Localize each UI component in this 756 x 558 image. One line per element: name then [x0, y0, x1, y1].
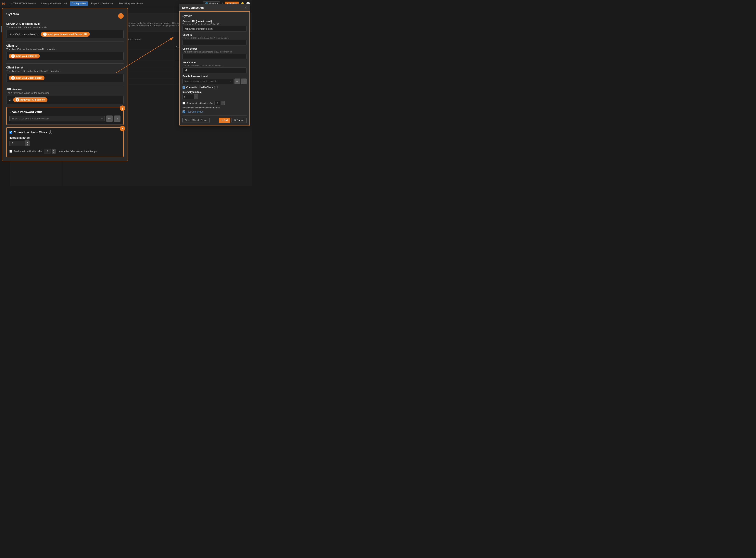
email-spinners: ▲ ▼ — [52, 149, 55, 154]
vault-add-btn[interactable]: + — [114, 116, 121, 122]
step-4-badge[interactable]: 4 Input your API Version — [13, 97, 47, 102]
step-num-1: 1 — [43, 32, 47, 36]
step-num-2: 2 — [11, 54, 15, 58]
email-down-btn[interactable]: ▼ — [52, 151, 55, 154]
nc-email-checkbox[interactable] — [182, 102, 185, 104]
api-version-value: v1 — [9, 98, 11, 101]
nc-health-help-icon[interactable]: ? — [214, 85, 218, 89]
nc-health-checkbox[interactable] — [182, 86, 185, 89]
vault-edit-btn[interactable]: ✏ — [106, 116, 113, 122]
nc-field-client-secret: Client Secret The client secret to authe… — [182, 47, 247, 59]
nc-test-checkbox[interactable] — [182, 110, 185, 113]
field-label-client-secret: Client Secret — [6, 66, 124, 69]
step-2-badge[interactable]: 2 Input your Client ID — [9, 54, 40, 58]
new-conn-section-title: System — [182, 15, 247, 18]
info-badge[interactable]: i — [118, 13, 124, 19]
nc-label-client-secret: Client Secret — [182, 47, 247, 50]
field-api-version: API Version The API version to use for t… — [6, 88, 124, 104]
nc-vault-select[interactable]: Select a password vault connection ▾ — [182, 79, 233, 84]
interval-up-btn[interactable]: ▲ — [25, 141, 29, 144]
logo: D3 — [2, 2, 5, 5]
step-num-3: 3 — [11, 76, 15, 80]
nc-desc-api-version: The API version to use for the connectio… — [182, 64, 247, 67]
nc-health-row: Connection Health Check ? — [182, 85, 247, 89]
nc-vault-text: Select a password vault connection — [184, 80, 218, 82]
nc-vault-label: Enable Password Vault — [182, 75, 247, 78]
nc-health-label: Connection Health Check — [186, 86, 213, 89]
health-help-icon[interactable]: ? — [49, 130, 52, 134]
field-client-id: Client ID The client ID to authenticate … — [6, 44, 124, 60]
nc-interval-down-btn[interactable]: ▼ — [194, 97, 198, 99]
interval-input[interactable] — [9, 141, 25, 146]
nc-vault-section: Enable Password Vault Select a password … — [182, 75, 247, 84]
tutorial-health-section: Connection Health Check ? Interval(minut… — [6, 127, 124, 157]
new-conn-body: System Server URL (domain level) The ser… — [179, 11, 250, 126]
server-url-input-row: https://api.crowdstrike.com 1 Input your… — [6, 30, 124, 39]
step-3-badge[interactable]: 3 Input your Client Secret — [9, 76, 45, 80]
field-desc-client-secret: The client secret to authenticate the AP… — [6, 70, 124, 73]
email-num-input[interactable] — [44, 149, 51, 153]
nc-desc-client-secret: The client secret to authenticate the AP… — [182, 51, 247, 53]
email-up-btn[interactable]: ▲ — [52, 149, 55, 151]
new-conn-title: New Connection — [182, 6, 204, 9]
field-desc-api-version: The API version to use for the connectio… — [6, 92, 124, 95]
nc-field-client-id: Client ID The client ID to authenticate … — [182, 34, 247, 46]
nc-vault-chevron-icon: ▾ — [230, 80, 231, 83]
interval-input-row: ▲ ▼ — [9, 141, 121, 146]
field-client-secret: Client Secret The client secret to authe… — [6, 66, 124, 82]
nc-label-server-url: Server URL (domain level) — [182, 20, 247, 23]
nc-input-client-id[interactable] — [182, 40, 247, 46]
nav-reporting[interactable]: Reporting Dashboard — [89, 1, 116, 6]
vault-step-badge: j — [120, 105, 125, 111]
nc-input-api-version[interactable] — [182, 68, 247, 73]
select-sites-button[interactable]: Select Sites to Clone — [182, 118, 210, 123]
field-label-server-url: Server URL (domain level) — [6, 22, 124, 25]
new-conn-header: New Connection ✕ — [179, 4, 250, 11]
step-text-4: Input your API Version — [20, 98, 45, 101]
nc-desc-server-url: The server URL of the CrowdStrike API. — [182, 23, 247, 25]
health-check-checkbox[interactable] — [9, 131, 12, 134]
nav-configuration[interactable]: Configuration — [70, 1, 88, 6]
nc-field-server-url: Server URL (domain level) The server URL… — [182, 20, 247, 32]
add-button[interactable]: + Add — [219, 118, 230, 123]
nc-input-server-url[interactable] — [182, 26, 247, 32]
step-text-3: Input your Client Secret — [16, 77, 42, 79]
nc-vault-add-btn[interactable]: + — [241, 78, 247, 84]
email-before-label: Send email notification after — [14, 150, 43, 153]
nc-email-num-input[interactable] — [214, 101, 220, 105]
field-label-client-id: Client ID — [6, 44, 124, 47]
nc-email-row: Send email notification after ▲ ▼ consec… — [182, 101, 247, 109]
field-label-api-version: API Version — [6, 88, 124, 91]
nc-interval-label: Interval(minutes) — [182, 91, 247, 94]
nc-interval-input[interactable] — [182, 94, 194, 99]
nc-vault-row: Select a password vault connection ▾ ✏ + — [182, 78, 247, 84]
nc-input-client-secret[interactable] — [182, 54, 247, 59]
nav-mitre[interactable]: MITRE ATT&CK Monitor — [9, 1, 38, 6]
nc-email-up-btn[interactable]: ▲ — [222, 101, 224, 103]
nc-interval-up-btn[interactable]: ▲ — [194, 95, 198, 97]
nc-test-label[interactable]: Test Connection — [187, 110, 203, 113]
nav-playbook[interactable]: Event Playbook Viewer — [117, 1, 145, 6]
nc-email-down-btn[interactable]: ▼ — [222, 103, 224, 105]
vault-select[interactable]: Select a password vault connection ▾ — [9, 116, 105, 121]
health-step-badge: k — [120, 126, 125, 131]
nc-interval-spinners: ▲ ▼ — [194, 94, 198, 99]
health-check-row: Connection Health Check ? — [9, 130, 121, 134]
nc-vault-edit-btn[interactable]: ✏ — [235, 78, 240, 84]
nav-investigation[interactable]: Investigation Dashboard — [40, 1, 69, 6]
step-text-2: Input your Client ID — [16, 55, 38, 57]
interval-down-btn[interactable]: ▼ — [25, 144, 29, 146]
api-version-input-row: v1 4 Input your API Version — [6, 96, 124, 104]
nc-label-client-id: Client ID — [182, 34, 247, 36]
nc-field-api-version: API Version The API version to use for t… — [182, 61, 247, 73]
email-checkbox[interactable] — [9, 150, 12, 153]
health-check-label: Connection Health Check — [14, 131, 47, 134]
close-button[interactable]: ✕ — [245, 6, 247, 9]
footer-buttons: + Add ✕ Cancel — [219, 118, 247, 123]
cancel-button[interactable]: ✕ Cancel — [231, 118, 247, 123]
step-1-badge[interactable]: 1 Input your domain level Server URL — [41, 32, 90, 36]
nc-test-conn-row: Test Connection — [182, 110, 247, 113]
field-desc-server-url: The server URL of the CrowdStrike API. — [6, 26, 124, 29]
step-text-1: Input your domain level Server URL — [47, 33, 88, 35]
interval-spinners: ▲ ▼ — [25, 141, 29, 146]
